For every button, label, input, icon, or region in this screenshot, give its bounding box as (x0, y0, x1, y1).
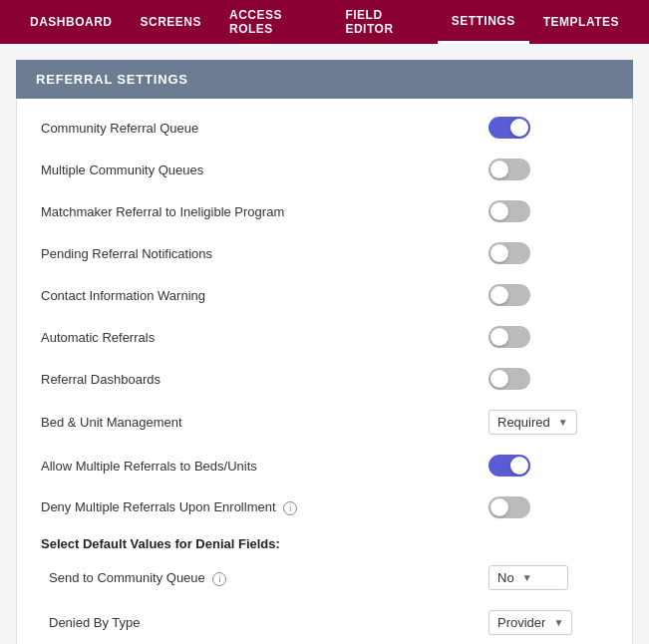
toggle-matchmaker-referral[interactable] (488, 200, 608, 222)
toggle-pending-referral-notifications[interactable] (488, 242, 608, 264)
setting-label-bed-unit-management: Bed & Unit Management (41, 415, 182, 430)
toggle-referral-dashboards[interactable] (488, 368, 608, 390)
dropdown-send-to-community-queue[interactable]: No ▼ (488, 565, 608, 590)
setting-row-multiple-community-queues: Multiple Community Queues (17, 149, 632, 190)
dropdown-send-community-value: No (497, 570, 514, 585)
nav-access-roles[interactable]: ACCESS ROLES (215, 0, 331, 44)
nav-templates[interactable]: TEMPLATES (529, 0, 633, 44)
setting-row-deny-multiple-referrals: Deny Multiple Referrals Upon Enrollment … (17, 486, 632, 528)
dropdown-denied-by-type-value: Provider (497, 615, 545, 630)
section-header: REFERRAL SETTINGS (16, 60, 633, 99)
setting-row-community-referral-queue: Community Referral Queue (17, 107, 632, 149)
setting-label-send-to-community-queue: Send to Community Queue i (49, 570, 226, 586)
nav-screens[interactable]: SCREENS (127, 0, 216, 44)
setting-label-denied-by-type: Denied By Type (49, 615, 141, 630)
setting-row-contact-information-warning: Contact Information Warning (17, 274, 632, 316)
info-icon-send-community[interactable]: i (212, 572, 226, 586)
dropdown-denied-by-type[interactable]: Provider ▼ (488, 610, 608, 635)
setting-row-allow-multiple-referrals: Allow Multiple Referrals to Beds/Units (17, 445, 632, 486)
denial-section-label: Select Default Values for Denial Fields: (17, 528, 632, 555)
setting-row-bed-unit-management: Bed & Unit Management Required ▼ (17, 400, 632, 445)
nav-settings[interactable]: SETTINGS (438, 0, 529, 44)
settings-content: Community Referral Queue Multiple Commun… (16, 99, 633, 644)
setting-label-matchmaker-referral: Matchmaker Referral to Ineligible Progra… (41, 204, 284, 219)
setting-label-allow-multiple-referrals: Allow Multiple Referrals to Beds/Units (41, 459, 257, 474)
setting-row-referral-dashboards: Referral Dashboards (17, 358, 632, 400)
nav-dashboard[interactable]: DASHBOARD (16, 0, 127, 44)
setting-label-automatic-referrals: Automatic Referrals (41, 330, 155, 345)
setting-label-community-referral-queue: Community Referral Queue (41, 121, 198, 136)
setting-row-denied-by-type: Denied By Type Provider ▼ (17, 600, 632, 644)
toggle-community-referral-queue[interactable] (488, 117, 608, 139)
setting-label-pending-referral-notifications: Pending Referral Notifications (41, 246, 212, 261)
toggle-allow-multiple-referrals[interactable] (488, 455, 608, 477)
chevron-down-icon: ▼ (558, 417, 568, 428)
setting-label-deny-multiple-referrals: Deny Multiple Referrals Upon Enrollment … (41, 499, 297, 515)
setting-label-contact-information-warning: Contact Information Warning (41, 288, 205, 303)
setting-label-referral-dashboards: Referral Dashboards (41, 372, 161, 387)
section-title: REFERRAL SETTINGS (36, 72, 188, 87)
top-navigation: DASHBOARD SCREENS ACCESS ROLES FIELD EDI… (0, 0, 649, 44)
chevron-down-icon: ▼ (522, 572, 532, 583)
info-icon-deny-multiple[interactable]: i (283, 501, 297, 515)
setting-row-matchmaker-referral: Matchmaker Referral to Ineligible Progra… (17, 190, 632, 232)
toggle-multiple-community-queues[interactable] (488, 159, 608, 180)
setting-label-multiple-community-queues: Multiple Community Queues (41, 162, 203, 177)
dropdown-bed-unit-value: Required (497, 415, 550, 430)
dropdown-bed-unit-management[interactable]: Required ▼ (488, 410, 608, 435)
toggle-deny-multiple-referrals[interactable] (488, 496, 608, 518)
setting-row-automatic-referrals: Automatic Referrals (17, 316, 632, 358)
setting-row-pending-referral-notifications: Pending Referral Notifications (17, 232, 632, 274)
setting-row-send-to-community-queue: Send to Community Queue i No ▼ (17, 555, 632, 600)
nav-field-editor[interactable]: FIELD EDITOR (331, 0, 437, 44)
toggle-contact-information-warning[interactable] (488, 284, 608, 306)
toggle-automatic-referrals[interactable] (488, 326, 608, 348)
chevron-down-icon: ▼ (553, 617, 563, 628)
